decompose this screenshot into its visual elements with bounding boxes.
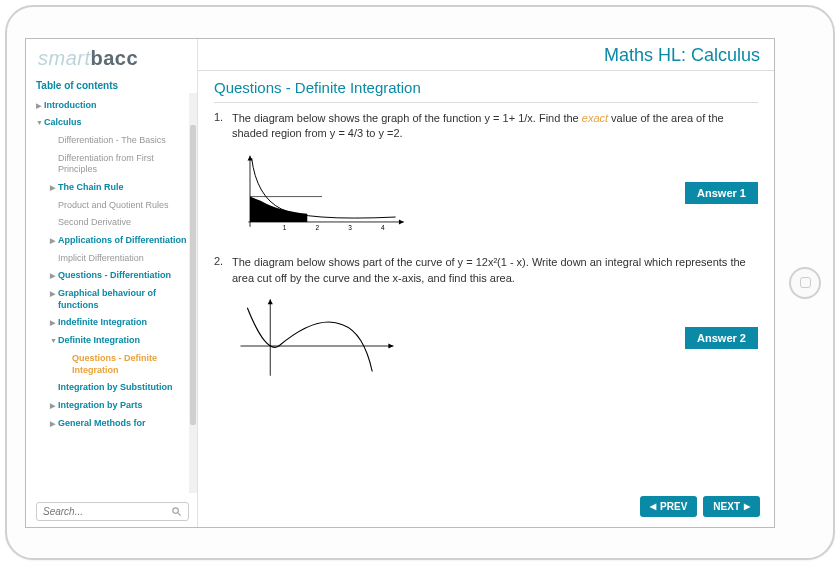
caret-down-icon [36, 117, 44, 127]
chevron-left-icon: ◀ [650, 502, 656, 511]
caret-down-icon [50, 335, 58, 345]
question-text: The diagram below shows the graph of the… [232, 111, 758, 143]
sidebar-item[interactable]: Calculus [36, 114, 191, 132]
sidebar-item-label: Definite Integration [58, 335, 191, 347]
caret-spacer [50, 200, 58, 201]
question-2: 2. The diagram below shows part of the c… [214, 255, 758, 380]
sidebar-item[interactable]: Graphical behaviour of functions [36, 285, 191, 314]
sidebar-item[interactable]: Differentiation from First Principles [36, 150, 191, 179]
logo: smartbacc [36, 47, 197, 70]
diagram-2 [232, 295, 402, 380]
svg-marker-12 [388, 344, 393, 349]
question-text: The diagram below shows part of the curv… [232, 255, 758, 287]
question-1: 1. The diagram below shows the graph of … [214, 111, 758, 236]
sidebar-item[interactable]: Second Derivative [36, 214, 191, 232]
next-label: NEXT [713, 501, 740, 512]
scrollbar[interactable] [189, 93, 197, 493]
svg-marker-3 [399, 220, 404, 225]
main-area: Maths HL: Calculus Questions - Definite … [198, 39, 774, 527]
home-button-icon [800, 277, 811, 288]
sidebar-item-label: The Chain Rule [58, 182, 191, 194]
svg-point-0 [173, 507, 179, 512]
svg-text:2: 2 [315, 225, 319, 232]
sidebar-item-label: Differentiation - The Basics [58, 135, 191, 147]
sidebar-item-label: Calculus [44, 117, 191, 129]
next-button[interactable]: NEXT ▶ [703, 496, 760, 517]
sidebar-item-label: Second Derivative [58, 217, 191, 229]
sidebar-item[interactable]: Indefinite Integration [36, 314, 191, 332]
home-button[interactable] [789, 267, 821, 299]
sidebar-item[interactable]: Product and Quotient Rules [36, 197, 191, 215]
q1-pre: The diagram below shows the graph of the… [232, 112, 582, 124]
sidebar-item-label: Applications of Differentiation [58, 235, 191, 247]
page-title: Maths HL: Calculus [198, 39, 774, 71]
caret-right-icon [50, 182, 58, 192]
answer-1-button[interactable]: Answer 1 [685, 182, 758, 204]
sidebar-item-label: General Methods for [58, 418, 191, 430]
search-row[interactable] [36, 502, 189, 521]
prev-label: PREV [660, 501, 687, 512]
caret-spacer [50, 382, 58, 383]
sidebar-item-label: Graphical behaviour of functions [58, 288, 191, 311]
prev-button[interactable]: ◀ PREV [640, 496, 697, 517]
logo-part1: smart [38, 47, 91, 69]
toc-list[interactable]: IntroductionCalculusDifferentiation - Th… [36, 97, 197, 498]
diagram-1: 1 2 3 4 [232, 150, 412, 235]
sidebar-item-label: Integration by Substitution [58, 382, 191, 394]
q1-em: exact [582, 112, 608, 124]
caret-right-icon [50, 235, 58, 245]
scrollbar-thumb[interactable] [190, 125, 196, 425]
caret-right-icon [50, 288, 58, 298]
nav-row: ◀ PREV NEXT ▶ [640, 496, 760, 517]
sidebar-item[interactable]: Questions - Differentiation [36, 267, 191, 285]
logo-part2: bacc [91, 47, 139, 69]
sidebar-item[interactable]: Integration by Parts [36, 397, 191, 415]
search-input[interactable] [43, 506, 171, 517]
chevron-right-icon: ▶ [744, 502, 750, 511]
caret-spacer [50, 217, 58, 218]
svg-text:3: 3 [348, 225, 352, 232]
q2-pre: The diagram below shows part of the curv… [232, 256, 746, 284]
sidebar-item[interactable]: The Chain Rule [36, 179, 191, 197]
question-number: 2. [214, 255, 232, 380]
caret-right-icon [50, 400, 58, 410]
svg-line-1 [178, 512, 181, 515]
caret-spacer [64, 353, 72, 354]
question-number: 1. [214, 111, 232, 236]
content: Questions - Definite Integration 1. The … [198, 71, 774, 527]
caret-spacer [50, 253, 58, 254]
sidebar-item[interactable]: Applications of Differentiation [36, 232, 191, 250]
svg-text:4: 4 [381, 225, 385, 232]
section-title: Questions - Definite Integration [214, 79, 758, 103]
sidebar-item-label: Questions - Definite Integration [72, 353, 191, 376]
sidebar-item[interactable]: General Methods for [36, 415, 191, 433]
sidebar-item-label: Introduction [44, 100, 191, 112]
sidebar-item[interactable]: Implicit Differentiation [36, 250, 191, 268]
sidebar-item[interactable]: Integration by Substitution [36, 379, 191, 397]
sidebar-item-label: Implicit Differentiation [58, 253, 191, 265]
svg-marker-14 [268, 300, 273, 305]
caret-right-icon [50, 270, 58, 280]
sidebar-item[interactable]: Differentiation - The Basics [36, 132, 191, 150]
sidebar-item-label: Integration by Parts [58, 400, 191, 412]
toc-title: Table of contents [36, 80, 197, 91]
sidebar-item-label: Questions - Differentiation [58, 270, 191, 282]
caret-right-icon [36, 100, 44, 110]
tablet-frame: smartbacc Table of contents Introduction… [5, 5, 835, 560]
sidebar: smartbacc Table of contents Introduction… [26, 39, 198, 527]
search-icon [171, 506, 182, 517]
caret-spacer [50, 153, 58, 154]
sidebar-item[interactable]: Definite Integration [36, 332, 191, 350]
caret-spacer [50, 135, 58, 136]
sidebar-item-label: Indefinite Integration [58, 317, 191, 329]
sidebar-item[interactable]: Introduction [36, 97, 191, 115]
sidebar-item-label: Differentiation from First Principles [58, 153, 191, 176]
caret-right-icon [50, 317, 58, 327]
answer-2-button[interactable]: Answer 2 [685, 327, 758, 349]
svg-text:1: 1 [283, 225, 287, 232]
sidebar-item[interactable]: Questions - Definite Integration [36, 350, 191, 379]
app-screen: smartbacc Table of contents Introduction… [25, 38, 775, 528]
sidebar-item-label: Product and Quotient Rules [58, 200, 191, 212]
caret-right-icon [50, 418, 58, 428]
